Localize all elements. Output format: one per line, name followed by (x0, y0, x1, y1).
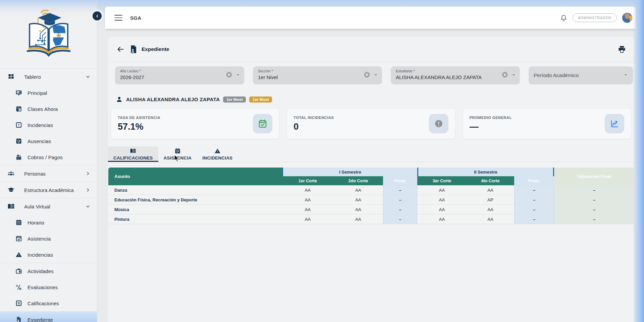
expediente-document-icon (129, 45, 138, 54)
sidebar-item-label: Expediente (28, 317, 53, 322)
topbar: SGA ADMINISTRADOR (105, 7, 636, 29)
sidebar-item-expediente[interactable]: Expediente (0, 312, 97, 322)
sidebar-item-label: Evaluaciones (28, 284, 58, 290)
sidebar-item-evaluaciones[interactable]: AB Evaluaciones (0, 279, 97, 295)
grade-cell: AA (467, 185, 514, 195)
stat-card-asistencia: TASA DE ASISTENCIA 57.1% (111, 108, 279, 139)
stat-value: — (470, 122, 512, 132)
graduation-cap-icon (7, 186, 15, 194)
stat-label: TOTAL INCIDENCIAS (293, 116, 334, 120)
tab-asistencia[interactable]: ASISTENCIA (158, 146, 197, 162)
sidebar-item-label: Horario (28, 220, 44, 226)
sidebar-item-horario[interactable]: Horario (0, 214, 97, 231)
stat-label: TASA DE ASISTENCIA (118, 116, 160, 120)
prom-cell: – (383, 205, 417, 214)
grade-cell: AA (282, 214, 333, 224)
grade-cell: AA (282, 185, 333, 195)
subject-cell: Danza (108, 185, 282, 195)
sidebar-item-incidencias-aula[interactable]: Incidencias (0, 247, 97, 263)
sidebar-item-cobros-pagos[interactable]: Cobros / Pagos (0, 149, 97, 165)
filter-estudiante[interactable]: Estudiante * ALISHA ALEXANDRA ALEJO ZAPA… (391, 66, 520, 84)
sidebar-item-calificaciones[interactable]: Calificaciones (0, 295, 97, 311)
people-icon (7, 170, 15, 177)
svg-text:A: A (16, 284, 18, 287)
hamburger-menu-button[interactable] (114, 15, 122, 21)
clear-filter-button[interactable] (226, 71, 232, 79)
sidebar-item-label: Tablero (24, 74, 41, 80)
cash-register-icon (15, 153, 22, 161)
column-header-4to-corte: 4to Corte (467, 176, 514, 185)
dropdown-caret-icon[interactable] (512, 72, 516, 78)
app-title: SGA (130, 15, 141, 21)
grade-cell: AA (467, 214, 514, 224)
dashboard-icon (7, 73, 15, 80)
back-button[interactable] (117, 46, 124, 53)
filter-seccion[interactable]: Sección * 1er Nivel (253, 66, 382, 84)
filter-placeholder: Período Académico (534, 72, 624, 78)
grade-cell: AA (333, 205, 383, 214)
app-logo (0, 0, 97, 69)
dropdown-caret-icon[interactable] (236, 72, 240, 78)
role-badge[interactable]: ADMINISTRADOR (573, 13, 617, 22)
table-row: Educación Física, Recreación y Deporte A… (108, 195, 634, 205)
stat-value: 0 (293, 122, 334, 132)
sidebar-item-asistencia[interactable]: Asistencia (0, 231, 97, 247)
grade-cell: AA (333, 214, 383, 224)
final-cell: – (554, 205, 634, 214)
tab-incidencias[interactable]: INCIDENCIAS (197, 146, 238, 162)
user-avatar[interactable] (622, 12, 633, 23)
chevron-right-icon (86, 188, 90, 192)
table-row: Pintura AA AA – AA AA – – (108, 214, 634, 224)
sidebar-collapse-button[interactable] (93, 11, 102, 20)
dropdown-caret-icon[interactable] (374, 72, 378, 78)
page-header: Expediente (108, 37, 635, 62)
grade-cell: AA (282, 195, 333, 205)
person-icon (116, 96, 123, 103)
sidebar-item-actividades[interactable]: Actividades (0, 263, 97, 279)
alert-square-icon (15, 121, 22, 129)
column-header-prom-1: Prom. (383, 176, 417, 185)
chevron-down-icon (86, 74, 90, 79)
prom-cell: – (514, 205, 554, 214)
stat-value: 57.1% (118, 122, 160, 132)
sidebar-item-label: Calificaciones (28, 301, 59, 306)
sidebar-item-incidencias-tablero[interactable]: Incidencias (0, 117, 97, 133)
tab-label: INCIDENCIAS (202, 155, 232, 160)
warning-triangle-icon (214, 148, 221, 154)
calendar-check-icon (15, 235, 22, 242)
prom-cell: – (514, 185, 554, 195)
level-badge-gray: 1er Nivel (223, 96, 246, 103)
sidebar-item-label: Incidencias (28, 252, 53, 258)
filter-periodo-academico[interactable]: Período Académico (529, 66, 633, 84)
sidebar-item-personas[interactable]: Personas (0, 166, 97, 182)
column-header-asunto: Asunto (108, 168, 282, 185)
stat-label: PROMEDIO GENERAL (470, 116, 512, 120)
briefcase-icon (15, 267, 22, 275)
sidebar-item-label: Aula Virtual (24, 204, 50, 209)
student-name: ALISHA ALEXANDRA ALEJO ZAPATA (126, 96, 220, 102)
clear-filter-button[interactable] (364, 71, 370, 79)
subject-cell: Pintura (108, 214, 282, 224)
notifications-bell-button[interactable] (560, 14, 568, 22)
grades-table: Asunto I Semestre II Semestre Valoración… (108, 168, 634, 224)
sidebar-item-principal[interactable]: Principal (0, 85, 97, 101)
sidebar-item-clases-ahora[interactable]: Clases Ahora (0, 101, 97, 117)
calendar-check-icon (15, 137, 22, 145)
sidebar-item-ausencias[interactable]: Ausencias (0, 133, 97, 149)
sidebar-item-estructura-academica[interactable]: Estructura Académica (0, 182, 97, 198)
ab-grade-icon: AB (15, 283, 22, 291)
grade-cell: AA (467, 205, 514, 214)
sidebar-item-aula-virtual[interactable]: Aula Virtual (0, 198, 97, 214)
dropdown-caret-icon[interactable] (624, 72, 628, 78)
column-header-valoracion-final: Valoración Final (554, 168, 634, 185)
grade-cell: AP (467, 195, 514, 205)
tab-label: CALIFICACIONES (113, 155, 153, 160)
sidebar-item-tablero[interactable]: Tablero (0, 69, 97, 85)
clear-filter-button[interactable] (501, 71, 508, 79)
print-button[interactable] (618, 45, 626, 53)
warning-triangle-icon (15, 251, 22, 258)
calendar-check-icon (174, 148, 181, 154)
tab-calificaciones[interactable]: CALIFICACIONES (108, 146, 158, 162)
filter-ano-lectivo[interactable]: Año Lectivo * 2026-2027 (115, 66, 244, 84)
monitor-icon (15, 89, 22, 96)
